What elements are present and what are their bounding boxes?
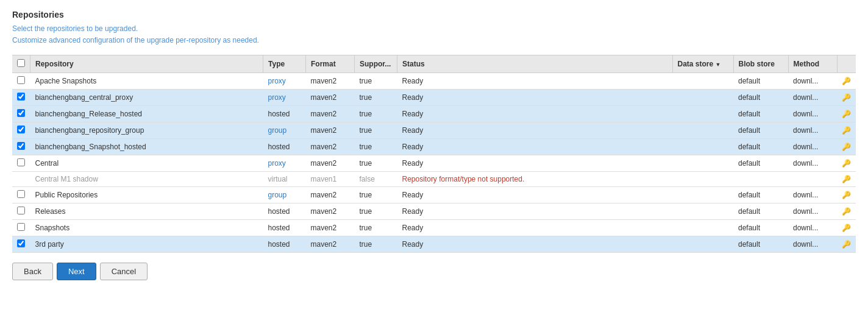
row-action[interactable]: 🔑 bbox=[837, 155, 856, 172]
key-icon[interactable]: 🔑 bbox=[842, 143, 851, 151]
row-checkbox[interactable] bbox=[17, 207, 25, 214]
row-format: maven1 bbox=[306, 172, 355, 187]
col-header-checkbox[interactable] bbox=[12, 55, 30, 73]
table-row: Central M1 shadowvirtualmaven1falseRepos… bbox=[12, 172, 856, 187]
row-type: hosted bbox=[263, 236, 306, 253]
row-repository: bianchengbang_central_proxy bbox=[30, 90, 263, 106]
key-icon[interactable]: 🔑 bbox=[842, 93, 851, 102]
page-title: Repositories bbox=[12, 10, 856, 19]
row-checkbox-cell[interactable] bbox=[12, 220, 30, 236]
row-datastore bbox=[672, 236, 733, 253]
key-icon[interactable]: 🔑 bbox=[842, 240, 851, 249]
row-checkbox-cell[interactable] bbox=[12, 90, 30, 106]
row-blobstore: default bbox=[733, 139, 788, 155]
row-status: Ready bbox=[397, 220, 672, 236]
row-type: group bbox=[263, 187, 306, 203]
row-support: true bbox=[355, 220, 397, 236]
row-checkbox[interactable] bbox=[17, 239, 25, 247]
subtitle: Select the repositories to be upgraded. … bbox=[12, 23, 856, 46]
row-action[interactable]: 🔑 bbox=[837, 106, 856, 122]
row-status: Ready bbox=[397, 122, 672, 139]
key-icon[interactable]: 🔑 bbox=[842, 191, 851, 199]
key-icon[interactable]: 🔑 bbox=[842, 77, 851, 85]
table-row: Public Repositoriesgroupmaven2trueReadyd… bbox=[12, 187, 856, 203]
row-checkbox[interactable] bbox=[17, 158, 25, 166]
row-datastore bbox=[672, 220, 733, 236]
row-checkbox[interactable] bbox=[17, 190, 25, 198]
row-checkbox[interactable] bbox=[17, 126, 25, 133]
row-datastore bbox=[672, 172, 733, 187]
row-checkbox-cell[interactable] bbox=[12, 155, 30, 172]
row-checkbox-cell[interactable] bbox=[12, 236, 30, 253]
table-row: bianchengbang_repository_groupgroupmaven… bbox=[12, 122, 856, 139]
row-support: true bbox=[355, 139, 397, 155]
row-action[interactable]: 🔑 bbox=[837, 203, 856, 220]
row-format: maven2 bbox=[306, 155, 355, 172]
row-method bbox=[788, 172, 837, 187]
row-checkbox-cell[interactable] bbox=[12, 203, 30, 220]
col-header-type: Type bbox=[263, 55, 306, 73]
row-repository: Central M1 shadow bbox=[30, 172, 263, 187]
row-action[interactable]: 🔑 bbox=[837, 73, 856, 90]
row-checkbox-cell[interactable] bbox=[12, 73, 30, 90]
row-action: 🔑 bbox=[837, 172, 856, 187]
row-status: Ready bbox=[397, 106, 672, 122]
col-header-datastore[interactable]: Data store ▼ bbox=[672, 55, 733, 73]
row-datastore bbox=[672, 122, 733, 139]
footer-buttons: Back Next Cancel bbox=[12, 263, 856, 280]
next-button[interactable]: Next bbox=[57, 263, 96, 280]
row-checkbox-cell[interactable] bbox=[12, 172, 30, 187]
key-icon[interactable]: 🔑 bbox=[842, 207, 851, 216]
row-checkbox[interactable] bbox=[17, 223, 25, 231]
row-checkbox-cell[interactable] bbox=[12, 187, 30, 203]
row-datastore bbox=[672, 139, 733, 155]
row-method: downl... bbox=[788, 236, 837, 253]
col-header-repository[interactable]: Repository bbox=[30, 55, 263, 73]
key-icon[interactable]: 🔑 bbox=[842, 159, 851, 168]
row-type: virtual bbox=[263, 172, 306, 187]
row-action[interactable]: 🔑 bbox=[837, 187, 856, 203]
row-checkbox-cell[interactable] bbox=[12, 139, 30, 155]
row-checkbox[interactable] bbox=[17, 93, 25, 101]
row-action[interactable]: 🔑 bbox=[837, 236, 856, 253]
cancel-button[interactable]: Cancel bbox=[100, 263, 148, 280]
key-icon[interactable]: 🔑 bbox=[842, 126, 851, 135]
row-checkbox-cell[interactable] bbox=[12, 106, 30, 122]
row-action[interactable]: 🔑 bbox=[837, 122, 856, 139]
col-header-support: Suppor... bbox=[355, 55, 397, 73]
row-checkbox[interactable] bbox=[17, 109, 25, 117]
row-method: downl... bbox=[788, 122, 837, 139]
row-blobstore: default bbox=[733, 187, 788, 203]
row-datastore bbox=[672, 73, 733, 90]
row-support: true bbox=[355, 73, 397, 90]
row-method: downl... bbox=[788, 220, 837, 236]
table-row: bianchengbang_central_proxyproxymaven2tr… bbox=[12, 90, 856, 106]
key-icon[interactable]: 🔑 bbox=[842, 224, 851, 232]
row-support: true bbox=[355, 122, 397, 139]
col-header-action bbox=[837, 55, 856, 73]
row-datastore bbox=[672, 155, 733, 172]
row-blobstore: default bbox=[733, 73, 788, 90]
key-icon[interactable]: 🔑 bbox=[842, 110, 851, 118]
row-checkbox[interactable] bbox=[17, 142, 25, 150]
table-row: bianchengbang_Snapshot_hostedhostedmaven… bbox=[12, 139, 856, 155]
table-row: 3rd partyhostedmaven2trueReadydefaultdow… bbox=[12, 236, 856, 253]
row-action[interactable]: 🔑 bbox=[837, 90, 856, 106]
row-blobstore bbox=[733, 172, 788, 187]
row-method: downl... bbox=[788, 203, 837, 220]
row-blobstore: default bbox=[733, 90, 788, 106]
row-checkbox-cell[interactable] bbox=[12, 122, 30, 139]
table-row: bianchengbang_Release_hostedhostedmaven2… bbox=[12, 106, 856, 122]
row-checkbox[interactable] bbox=[17, 76, 25, 84]
row-format: maven2 bbox=[306, 90, 355, 106]
row-action[interactable]: 🔑 bbox=[837, 139, 856, 155]
row-status: Ready bbox=[397, 236, 672, 253]
back-button[interactable]: Back bbox=[12, 263, 53, 280]
row-method: downl... bbox=[788, 155, 837, 172]
row-method: downl... bbox=[788, 139, 837, 155]
row-repository: Public Repositories bbox=[30, 187, 263, 203]
row-action[interactable]: 🔑 bbox=[837, 220, 856, 236]
row-format: maven2 bbox=[306, 122, 355, 139]
select-all-checkbox[interactable] bbox=[17, 59, 25, 67]
row-method: downl... bbox=[788, 90, 837, 106]
